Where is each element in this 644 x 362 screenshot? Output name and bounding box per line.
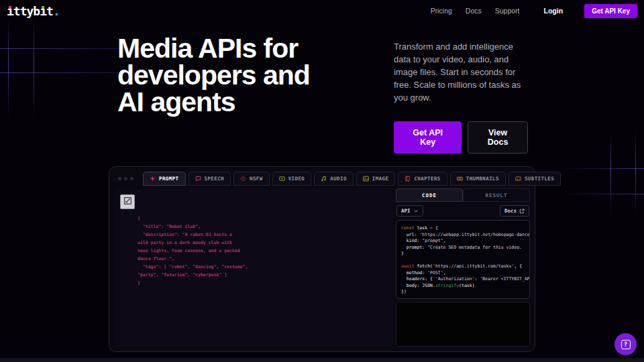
- grid-line-top-left-v1: [8, 17, 9, 119]
- speech-bubble-icon: [195, 176, 201, 182]
- docs-button-label: Docs: [504, 208, 517, 214]
- result-output-area: [396, 302, 530, 347]
- demo-tab-prompt[interactable]: PROMPT: [143, 172, 186, 186]
- prompt-preview-pane: { "title": "Robot Club", "description": …: [114, 188, 393, 347]
- grid-line-top-left-v2: [34, 17, 34, 119]
- grid-line-right-v2: [635, 131, 636, 217]
- hero-right-column: Transform and add intelligence data to y…: [394, 40, 528, 154]
- demo-tab-label: VIDEO: [288, 176, 305, 182]
- book-icon: [405, 176, 411, 182]
- prompt-json-code: { "title": "Robot Club", "description": …: [138, 215, 387, 287]
- window-dot: [118, 177, 121, 180]
- cta-row: Get API Key View Docs: [394, 121, 528, 154]
- demo-tab-label: PROMPT: [159, 176, 179, 182]
- docs-link-button[interactable]: Docs: [500, 205, 529, 217]
- image-icon: [363, 176, 369, 182]
- code-toolbar: API Docs: [396, 202, 530, 220]
- chat-help-button[interactable]: ?: [614, 333, 637, 355]
- tab-code[interactable]: CODE: [396, 188, 463, 202]
- logo-period: .: [53, 4, 60, 18]
- window-dots: [118, 177, 133, 180]
- alert-diamond-icon: [240, 176, 246, 182]
- demo-tab-subtitles[interactable]: SUBTITLES: [508, 172, 561, 186]
- tab-result[interactable]: RESULT: [463, 188, 530, 202]
- view-docs-button[interactable]: View Docs: [468, 121, 528, 154]
- api-dropdown[interactable]: API: [396, 205, 423, 217]
- demo-tab-label: CHAPTERS: [414, 176, 440, 182]
- window-dot: [124, 177, 127, 180]
- get-api-key-button-header[interactable]: Get API Key: [584, 4, 637, 18]
- demo-tab-list: PROMPTSPEECHNSFWVIDEOAUDIOIMAGECHAPTERST…: [143, 172, 561, 186]
- next-section-edge: [0, 358, 644, 362]
- demo-tab-image[interactable]: IMAGE: [356, 172, 396, 186]
- logo-t: t: [46, 4, 53, 18]
- demo-tab-video[interactable]: VIDEO: [272, 172, 312, 186]
- window-dot: [130, 177, 133, 180]
- chevron-down-icon: [413, 208, 419, 214]
- code-result-tabs: CODE RESULT: [396, 188, 530, 202]
- grid-line-right-h2: [562, 194, 644, 194]
- nav-pricing[interactable]: Pricing: [431, 7, 452, 15]
- logo-letter-i1: ı: [7, 4, 13, 18]
- demo-tab-thumbnails[interactable]: THUMBNAILS: [450, 172, 506, 186]
- demo-tab-label: SPEECH: [205, 176, 225, 182]
- top-nav: ıttybıt. Pricing Docs Support Login Get …: [0, 0, 644, 21]
- sparkle-icon: [150, 176, 156, 182]
- api-dropdown-label: API: [401, 208, 411, 214]
- question-mark-icon: ?: [621, 340, 631, 349]
- demo-tab-chapters[interactable]: CHAPTERS: [398, 172, 447, 186]
- hero-description: Transform and add intelligence data to y…: [394, 40, 528, 104]
- demo-tab-label: NSFW: [250, 176, 263, 182]
- demo-main: { "title": "Robot Club", "description": …: [114, 188, 530, 347]
- media-cast-button[interactable]: [120, 194, 135, 209]
- nav-docs[interactable]: Docs: [466, 7, 482, 15]
- demo-tab-bar: PROMPTSPEECHNSFWVIDEOAUDIOIMAGECHAPTERST…: [114, 172, 530, 188]
- demo-tab-nsfw[interactable]: NSFW: [233, 172, 270, 186]
- demo-tab-label: IMAGE: [372, 176, 389, 182]
- demo-tab-audio[interactable]: AUDIO: [314, 172, 354, 186]
- demo-tab-label: AUDIO: [330, 176, 347, 182]
- logo[interactable]: ıttybıt.: [7, 4, 60, 18]
- code-block: const task = { url: 'https://webapp.itty…: [396, 220, 530, 299]
- demo-tab-speech[interactable]: SPEECH: [189, 172, 231, 186]
- code-pane: CODE RESULT API Docs const task = { ur: [396, 188, 530, 347]
- filmstrip-icon: [457, 176, 463, 182]
- grid-line-right-v1: [610, 131, 611, 217]
- page-title: Media APIs fordevelopers andAI agents: [117, 35, 310, 115]
- cast-icon: [123, 196, 132, 207]
- video-icon: [279, 176, 285, 182]
- nav-links: Pricing Docs Support Login Get API Key: [431, 4, 637, 18]
- nav-support[interactable]: Support: [495, 7, 520, 15]
- captions-icon: [515, 176, 521, 182]
- nav-login[interactable]: Login: [544, 7, 564, 15]
- demo-tab-label: SUBTITLES: [525, 176, 554, 182]
- demo-panel: PROMPTSPEECHNSFWVIDEOAUDIOIMAGECHAPTERST…: [109, 166, 535, 352]
- grid-line-right-h1: [562, 168, 644, 169]
- external-link-icon: [519, 208, 525, 214]
- logo-letter-i2: ı: [40, 4, 46, 18]
- music-note-icon: [321, 176, 327, 182]
- logo-mid: ttyb: [13, 4, 40, 18]
- demo-tab-label: THUMBNAILS: [466, 176, 499, 182]
- get-api-key-button-hero[interactable]: Get API Key: [394, 121, 462, 154]
